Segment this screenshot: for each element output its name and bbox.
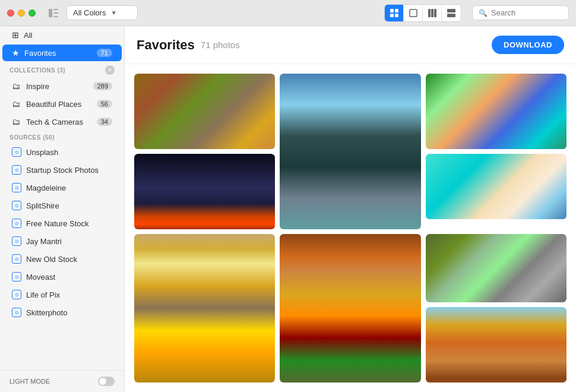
search-box[interactable]: 🔍: [472, 5, 569, 20]
camera-icon: ⊙: [12, 219, 21, 228]
photo-thumbnail: [134, 234, 275, 382]
content-header: Favorites 71 photos DOWNLOAD: [125, 26, 576, 64]
photo-thumbnail: [426, 154, 566, 219]
photo-thumbnail: [134, 154, 275, 229]
view-single-button[interactable]: [404, 5, 423, 21]
main-content: Favorites 71 photos DOWNLOAD: [125, 26, 576, 392]
folder-icon: 🗂: [12, 117, 20, 127]
color-filter-label: All Colors: [73, 8, 106, 17]
download-button[interactable]: DOWNLOAD: [492, 36, 564, 54]
titlebar: All Colors ▼: [0, 0, 576, 26]
view-grid-button[interactable]: [385, 5, 404, 21]
svg-rect-13: [447, 14, 455, 17]
view-options: [384, 4, 461, 22]
camera-icon: ⊙: [12, 147, 21, 157]
svg-rect-11: [434, 9, 436, 17]
svg-rect-3: [53, 16, 58, 17]
sidebar-footer: LIGHT MODE: [0, 370, 124, 392]
view-columns-button[interactable]: [423, 5, 442, 21]
star-icon: ★: [12, 48, 20, 58]
app-body: ⊞ All ★ Favorites 71 COLLECTIONS (3) + 🗂…: [0, 26, 576, 392]
camera-icon: ⊙: [12, 165, 21, 175]
grid-icon: ⊞: [12, 30, 19, 40]
photo-thumbnail: [426, 234, 566, 302]
view-wide-button[interactable]: [442, 5, 461, 21]
svg-rect-9: [428, 9, 431, 17]
sidebar-item-startup-stock[interactable]: ⊙ Startup Stock Photos: [2, 162, 122, 178]
svg-rect-5: [395, 9, 398, 12]
svg-rect-7: [395, 14, 398, 17]
add-collection-button[interactable]: +: [105, 65, 115, 75]
photo-item[interactable]: [280, 74, 420, 229]
photo-thumbnail: [426, 74, 566, 149]
sources-header: SOURCES (50): [0, 131, 124, 143]
search-icon: 🔍: [479, 9, 488, 17]
sidebar-toggle-button[interactable]: [46, 6, 61, 20]
sidebar-item-jay-mantri[interactable]: ⊙ Jay Mantri: [2, 233, 122, 249]
svg-rect-4: [390, 9, 394, 12]
sidebar-item-skitterphoto[interactable]: ⊙ Skitterphoto: [2, 304, 122, 321]
light-mode-label: LIGHT MODE: [10, 378, 50, 385]
svg-rect-2: [53, 12, 58, 14]
traffic-lights: [7, 10, 36, 17]
svg-rect-0: [49, 9, 52, 17]
sidebar-item-life-of-pix[interactable]: ⊙ Life of Pix: [2, 286, 122, 303]
sidebar-item-inspire[interactable]: 🗂 Inspire 289: [2, 78, 122, 94]
photo-grid: [125, 64, 576, 392]
minimize-button[interactable]: [18, 10, 25, 17]
svg-rect-10: [431, 9, 433, 17]
sidebar-item-beautiful-places[interactable]: 🗂 Beautiful Places 56: [2, 96, 122, 112]
folder-icon: 🗂: [12, 99, 20, 109]
sidebar-item-tech-cameras[interactable]: 🗂 Tech & Cameras 34: [2, 113, 122, 130]
sidebar-item-free-nature[interactable]: ⊙ Free Nature Stock: [2, 215, 122, 232]
sidebar-item-new-old-stock[interactable]: ⊙ New Old Stock: [2, 251, 122, 267]
collections-header: COLLECTIONS (3) +: [0, 62, 124, 77]
sidebar-item-favorites[interactable]: ★ Favorites 71: [2, 45, 122, 61]
photo-count: 71 photos: [201, 40, 240, 50]
camera-icon: ⊙: [12, 236, 21, 246]
camera-icon: ⊙: [12, 308, 21, 317]
camera-icon: ⊙: [12, 201, 21, 210]
sidebar-item-splitshire[interactable]: ⊙ SplitShire: [2, 197, 122, 214]
photo-item[interactable]: [426, 234, 566, 302]
photo-item[interactable]: [426, 74, 566, 149]
photo-item[interactable]: [426, 307, 566, 382]
photo-item[interactable]: [134, 74, 275, 149]
sidebar-item-unsplash[interactable]: ⊙ Unsplash: [2, 144, 122, 160]
photo-thumbnail: [426, 307, 566, 382]
camera-icon: ⊙: [12, 290, 21, 299]
photo-thumbnail: [134, 74, 275, 149]
folder-icon: 🗂: [12, 81, 20, 91]
light-mode-toggle[interactable]: [98, 377, 115, 386]
sidebar-item-moveast[interactable]: ⊙ Moveast: [2, 268, 122, 285]
page-title: Favorites: [137, 37, 195, 53]
search-input[interactable]: [491, 8, 562, 17]
chevron-down-icon: ▼: [111, 10, 117, 16]
svg-rect-6: [390, 14, 394, 17]
close-button[interactable]: [7, 10, 14, 17]
camera-icon: ⊙: [12, 183, 21, 192]
color-filter-dropdown[interactable]: All Colors ▼: [67, 5, 138, 20]
photo-item[interactable]: [426, 154, 566, 229]
photo-item[interactable]: [280, 234, 420, 382]
photo-thumbnail: [280, 234, 420, 382]
sidebar: ⊞ All ★ Favorites 71 COLLECTIONS (3) + 🗂…: [0, 26, 125, 392]
svg-rect-12: [447, 9, 455, 12]
photo-thumbnail: [280, 74, 420, 229]
photo-item[interactable]: [134, 154, 275, 229]
maximize-button[interactable]: [29, 10, 36, 17]
camera-icon: ⊙: [12, 254, 21, 264]
svg-rect-1: [53, 9, 58, 10]
sidebar-item-magdeleine[interactable]: ⊙ Magdeleine: [2, 179, 122, 196]
sidebar-item-all[interactable]: ⊞ All: [2, 27, 122, 43]
photo-item[interactable]: [134, 234, 275, 382]
camera-icon: ⊙: [12, 272, 21, 282]
svg-rect-8: [410, 10, 417, 17]
